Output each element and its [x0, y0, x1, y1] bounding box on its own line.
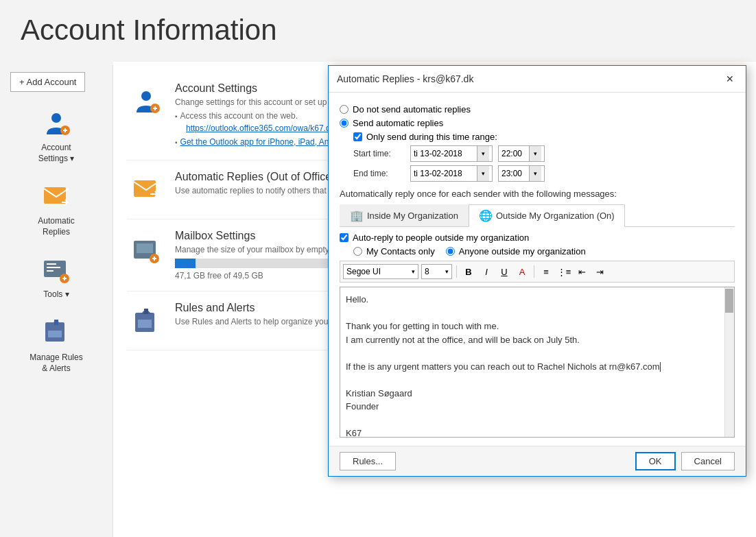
inside-org-icon: 🏢 — [350, 209, 364, 222]
svg-point-13 — [141, 91, 151, 101]
editor-scrollbar[interactable] — [724, 287, 734, 437]
time-range-label[interactable]: Only send during this time range: — [366, 132, 497, 142]
auto-reply-outside-checkbox[interactable] — [340, 233, 349, 242]
bold-button[interactable]: B — [461, 264, 476, 279]
rules-alerts-icon — [40, 317, 73, 350]
no-auto-reply-radio[interactable] — [340, 105, 349, 114]
end-date-dropdown[interactable]: ti 13-02-2018 ▾ — [410, 165, 493, 182]
rules-button[interactable]: Rules... — [340, 452, 396, 470]
font-name-arrow: ▾ — [412, 268, 415, 275]
svg-rect-6 — [47, 263, 56, 265]
end-time-dropdown[interactable]: 23:00 ▾ — [498, 165, 545, 182]
svg-rect-20 — [138, 320, 152, 328]
contacts-radios-row: My Contacts only Anyone outside my organ… — [353, 246, 735, 256]
rules-alerts-section-icon — [127, 302, 165, 339]
my-contacts-radio[interactable] — [353, 247, 362, 256]
font-name-value: Segoe UI — [346, 267, 412, 276]
end-time-label: End time: — [353, 169, 405, 178]
tab-outside-label: Outside My Organization (On) — [496, 211, 615, 221]
start-date-value: ti 13-02-2018 — [414, 149, 477, 158]
msg-line-6: If the is any urgent matters you can rea… — [346, 360, 729, 374]
send-auto-reply-radio[interactable] — [340, 119, 349, 128]
tab-inside-org[interactable]: 🏢 Inside My Organization — [340, 204, 469, 226]
dialog-body: Do not send automatic replies Send autom… — [329, 93, 746, 446]
start-time-arrow: ▾ — [529, 146, 541, 161]
tabs-bar: 🏢 Inside My Organization 🌐 Outside My Or… — [340, 204, 735, 227]
start-time-value: 22:00 — [501, 149, 529, 158]
sidebar-item-tools[interactable]: Tools ▾ — [0, 246, 113, 309]
sidebar-tools-label: Tools ▾ — [43, 289, 69, 300]
numbered-list-button[interactable]: ⋮≡ — [556, 264, 571, 279]
auto-reply-outside-label[interactable]: Auto-reply to people outside my organiza… — [353, 232, 529, 243]
svg-rect-8 — [47, 270, 54, 272]
dialog-close-button[interactable]: ✕ — [722, 71, 737, 86]
dialog-footer: Rules... OK Cancel — [329, 446, 746, 476]
msg-line-1: Hello. — [346, 293, 729, 307]
underline-button[interactable]: U — [497, 264, 512, 279]
dialog-footer-buttons: OK Cancel — [635, 452, 735, 470]
tab-inside-label: Inside My Organization — [367, 211, 458, 221]
sidebar-rules-label: Manage Rules& Alerts — [29, 353, 82, 374]
outside-org-icon: 🌐 — [479, 209, 493, 222]
sidebar-item-rules-alerts[interactable]: Manage Rules& Alerts — [0, 309, 113, 382]
cancel-button[interactable]: Cancel — [681, 452, 735, 470]
mailbox-settings-section-icon — [127, 230, 165, 267]
owa-link[interactable]: https://outlook.office365.com/owa/k67.dk… — [186, 123, 337, 133]
time-range-check-row: Only send during this time range: — [353, 132, 735, 142]
svg-rect-7 — [47, 267, 60, 268]
svg-rect-17 — [137, 243, 153, 253]
outlook-app-link[interactable]: Get the Outlook app for iPhone, iPad, An… — [180, 137, 343, 147]
dialog-title-bar: Automatic Replies - krs@k67.dk ✕ — [329, 66, 746, 93]
font-name-selector[interactable]: Segoe UI ▾ — [343, 264, 418, 279]
page-title: Account Information — [0, 0, 756, 57]
msg-line-7 — [346, 373, 729, 387]
bullets-button[interactable]: ≡ — [539, 264, 554, 279]
tab-outside-org[interactable]: 🌐 Outside My Organization (On) — [469, 204, 625, 227]
msg-line-5 — [346, 346, 729, 360]
start-time-dropdown[interactable]: 22:00 ▾ — [498, 145, 545, 162]
end-time-value: 23:00 — [501, 169, 529, 178]
no-auto-reply-label[interactable]: Do not send automatic replies — [353, 104, 471, 115]
start-date-dropdown[interactable]: ti 13-02-2018 ▾ — [410, 145, 493, 162]
auto-reply-outside-row: Auto-reply to people outside my organiza… — [340, 232, 735, 243]
send-auto-reply-label[interactable]: Send automatic replies — [353, 118, 443, 128]
msg-line-8: Kristian Søgaard — [346, 387, 729, 401]
svg-rect-21 — [144, 309, 148, 314]
account-settings-section-icon — [127, 82, 165, 120]
sidebar: + Add Account AccountSettings ▾ — [0, 65, 113, 537]
storage-progress-fill — [175, 259, 196, 268]
start-date-arrow: ▾ — [477, 146, 489, 161]
msg-line-4: I am currently not at the office, and wi… — [346, 333, 729, 347]
font-size-value: 8 — [425, 267, 445, 276]
add-account-button[interactable]: + Add Account — [10, 72, 85, 92]
sidebar-item-account-settings[interactable]: AccountSettings ▾ — [0, 99, 113, 172]
outside-tab-content: Auto-reply to people outside my organiza… — [340, 232, 735, 438]
ok-button[interactable]: OK — [635, 452, 676, 470]
italic-button[interactable]: I — [479, 264, 494, 279]
dialog-title: Automatic Replies - krs@k67.dk — [337, 73, 473, 84]
font-color-button[interactable]: A — [515, 264, 530, 279]
sidebar-item-automatic-replies[interactable]: AutomaticReplies — [0, 172, 113, 246]
access-web-text: Access this account on the web. — [180, 111, 298, 121]
anyone-outside-radio[interactable] — [446, 247, 455, 256]
format-sep-2 — [534, 265, 534, 278]
anyone-outside-label[interactable]: Anyone outside my organization — [459, 246, 586, 256]
msg-line-3: Thank you for getting in touch with me. — [346, 320, 729, 333]
sidebar-auto-replies-label: AutomaticReplies — [38, 216, 74, 237]
page-background: Account Information ✕ krs@k67.dk Microso… — [0, 0, 756, 537]
end-date-value: ti 13-02-2018 — [414, 169, 477, 178]
time-section: Only send during this time range: Start … — [353, 132, 735, 182]
msg-line-10 — [346, 414, 729, 427]
font-size-selector[interactable]: 8 ▾ — [421, 264, 452, 279]
tools-icon — [40, 254, 73, 287]
svg-rect-12 — [54, 320, 58, 325]
sidebar-account-settings-label: AccountSettings ▾ — [38, 143, 75, 164]
time-range-checkbox[interactable] — [353, 132, 362, 141]
my-contacts-label[interactable]: My Contacts only — [366, 246, 435, 256]
message-editor[interactable]: Hello. Thank you for getting in touch wi… — [340, 287, 735, 438]
start-time-label: Start time: — [353, 149, 405, 158]
end-time-arrow: ▾ — [529, 166, 541, 181]
increase-indent-button[interactable]: ⇥ — [592, 264, 607, 279]
svg-point-2 — [51, 113, 61, 123]
decrease-indent-button[interactable]: ⇤ — [574, 264, 589, 279]
